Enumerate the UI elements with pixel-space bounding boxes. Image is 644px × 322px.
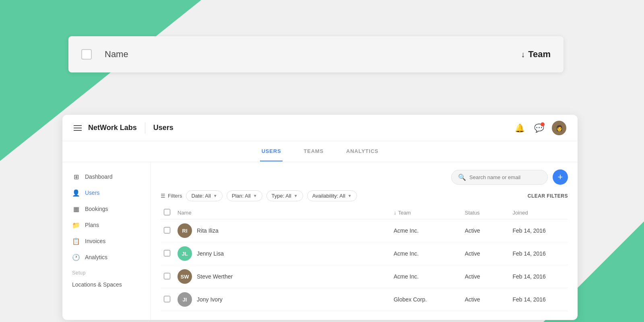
users-icon: 👤: [72, 189, 80, 197]
avatar-4: JI: [178, 292, 192, 307]
user-name-2: Jenny Lisa: [197, 250, 224, 257]
row-name-4: JI Jony Ivory: [173, 288, 390, 311]
row-status-4: Active: [461, 288, 509, 311]
sidebar: ⊞ Dashboard 👤 Users ▦ Bookings 📁 Plans 📋…: [62, 162, 151, 320]
setup-section-label: Setup: [62, 265, 151, 277]
search-input[interactable]: [469, 174, 541, 180]
floating-team-col: ↓ Team: [521, 49, 551, 60]
filter-date-caret: ▼: [213, 194, 217, 198]
sidebar-item-plans[interactable]: 📁 Plans: [62, 217, 151, 233]
filter-plan-label: Plan: All: [232, 193, 251, 199]
floating-header-card: Name ↓ Team: [68, 36, 564, 72]
th-joined: Joined: [508, 206, 568, 219]
floating-checkbox[interactable]: [81, 49, 92, 60]
top-actions: 🔍 +: [161, 169, 568, 185]
message-badge: [541, 122, 545, 126]
message-icon[interactable]: 💬: [533, 122, 545, 134]
avatar-1: RI: [178, 223, 192, 238]
sidebar-label-bookings: Bookings: [85, 206, 108, 212]
add-user-button[interactable]: +: [553, 169, 568, 185]
row-name-1: RI Rita Iliza: [173, 219, 390, 242]
table-row: RI Rita Iliza Acme Inc. Active Feb 14, 2…: [161, 219, 568, 242]
table-row: JL Jenny Lisa Acme Inc. Active Feb 14, 2…: [161, 242, 568, 265]
filter-type-label: Type: All: [272, 193, 291, 199]
sidebar-item-dashboard[interactable]: ⊞ Dashboard: [62, 169, 151, 185]
row-name-2: JL Jenny Lisa: [173, 242, 390, 265]
filter-icon: ☰: [161, 193, 165, 199]
filter-plan-caret: ▼: [253, 194, 257, 198]
select-all-checkbox[interactable]: [164, 209, 170, 215]
filter-type[interactable]: Type: All ▼: [266, 190, 303, 201]
row-joined-3: Feb 14, 2016: [508, 265, 568, 288]
filter-type-caret: ▼: [294, 194, 298, 198]
filter-availability[interactable]: Availability: All ▼: [307, 190, 357, 201]
sidebar-label-locations: Locations & Spaces: [72, 281, 122, 288]
sort-down-icon: ↓: [521, 50, 525, 59]
menu-icon[interactable]: [74, 125, 82, 131]
tab-users[interactable]: USERS: [260, 142, 283, 161]
sidebar-item-bookings[interactable]: ▦ Bookings: [62, 201, 151, 217]
filter-plan[interactable]: Plan: All ▼: [227, 190, 262, 201]
page-title: Users: [153, 124, 513, 132]
sidebar-label-plans: Plans: [85, 222, 99, 228]
notification-icon[interactable]: 🔔: [513, 122, 526, 134]
tab-teams[interactable]: TEAMS: [302, 142, 325, 161]
sidebar-label-invoices: Invoices: [85, 238, 105, 244]
user-name-4: Jony Ivory: [197, 296, 223, 303]
sidebar-item-users[interactable]: 👤 Users: [62, 185, 151, 201]
search-box[interactable]: 🔍: [451, 170, 548, 185]
sidebar-label-users: Users: [85, 190, 100, 196]
row-checkbox-3[interactable]: [161, 265, 173, 288]
row-checkbox-2[interactable]: [161, 242, 173, 265]
row-checkbox-4[interactable]: [161, 288, 173, 311]
floating-name-col: Name: [105, 49, 521, 60]
search-icon: 🔍: [458, 173, 466, 181]
table-row: SW Steve Werther Acme Inc. Active Feb 14…: [161, 265, 568, 288]
main-app-card: NetWork Labs Users 🔔 💬 👩 USERS TEAMS ANA…: [62, 115, 578, 320]
filters-text: Filters: [168, 193, 182, 199]
filters-icon-label: ☰ Filters: [161, 193, 182, 199]
tabs-bar: USERS TEAMS ANALYTICS: [62, 141, 578, 162]
users-table: Name ↓Team Status Joined RI: [161, 206, 568, 311]
user-name-3: Steve Werther: [197, 273, 233, 280]
row-status-1: Active: [461, 219, 509, 242]
plans-icon: 📁: [72, 221, 80, 229]
row-joined-2: Feb 14, 2016: [508, 242, 568, 265]
analytics-icon: 🕐: [72, 253, 80, 261]
dashboard-icon: ⊞: [72, 173, 80, 181]
row-team-4: Globex Corp.: [390, 288, 461, 311]
row-name-3: SW Steve Werther: [173, 265, 390, 288]
header-icons: 🔔 💬 👩: [513, 121, 566, 135]
th-name: Name: [173, 206, 390, 219]
avatar-2: JL: [178, 246, 192, 261]
tab-analytics[interactable]: ANALYTICS: [345, 142, 380, 161]
row-status-2: Active: [461, 242, 509, 265]
filters-row: ☰ Filters Date: All ▼ Plan: All ▼ Type: …: [161, 190, 568, 201]
th-checkbox: [161, 206, 173, 219]
sidebar-item-analytics[interactable]: 🕐 Analytics: [62, 249, 151, 265]
team-sort-icon: ↓: [394, 209, 396, 216]
filter-date[interactable]: Date: All ▼: [186, 190, 222, 201]
sidebar-item-invoices[interactable]: 📋 Invoices: [62, 233, 151, 249]
sidebar-label-dashboard: Dashboard: [85, 173, 113, 180]
row-checkbox-1[interactable]: [161, 219, 173, 242]
clear-filters-button[interactable]: CLEAR FILTERS: [528, 193, 568, 199]
app-header: NetWork Labs Users 🔔 💬 👩: [62, 115, 578, 141]
app-name: NetWork Labs: [88, 124, 137, 132]
th-team[interactable]: ↓Team: [390, 206, 461, 219]
bookings-icon: ▦: [72, 205, 80, 213]
table-row: JI Jony Ivory Globex Corp. Active Feb 14…: [161, 288, 568, 311]
filter-availability-caret: ▼: [348, 194, 352, 198]
th-status: Status: [461, 206, 509, 219]
user-name-1: Rita Iliza: [197, 227, 219, 234]
row-team-1: Acme Inc.: [390, 219, 461, 242]
sidebar-item-locations[interactable]: Locations & Spaces: [62, 277, 151, 292]
header-divider: [145, 122, 145, 134]
user-avatar-header[interactable]: 👩: [552, 121, 566, 135]
row-team-3: Acme Inc.: [390, 265, 461, 288]
avatar-3: SW: [178, 269, 192, 284]
filter-date-label: Date: All: [191, 193, 211, 199]
row-team-2: Acme Inc.: [390, 242, 461, 265]
main-content: 🔍 + ☰ Filters Date: All ▼ Plan: All ▼: [151, 162, 578, 320]
filter-availability-label: Availability: All: [312, 193, 345, 199]
